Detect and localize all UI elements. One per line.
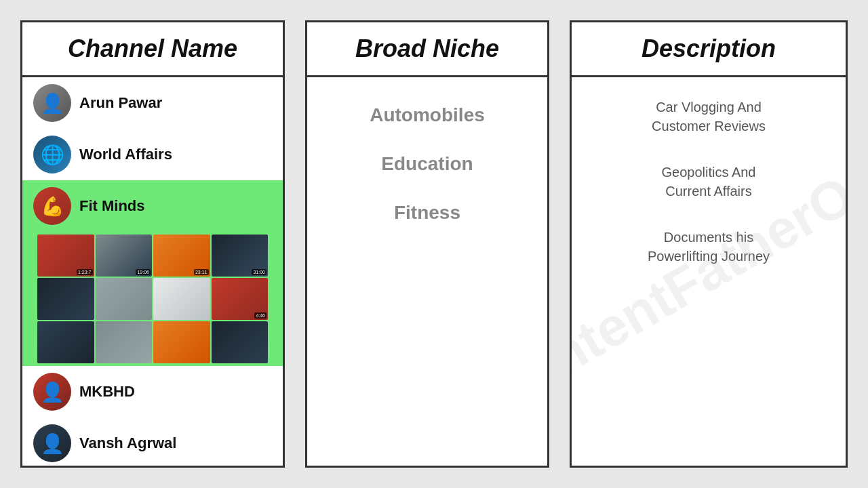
channel-name-fit: Fit Minds xyxy=(79,197,145,215)
avatar-arun: 👤 xyxy=(33,84,71,122)
desc-item-geopolitics: Geopolitics AndCurrent Affairs xyxy=(585,163,832,201)
niche-item-education: Education xyxy=(321,153,534,175)
channel-item-mkbhd[interactable]: 👤 MKBHD xyxy=(22,366,283,418)
channel-name-mkbhd: MKBHD xyxy=(79,383,135,401)
avatar-world: 🌐 xyxy=(33,136,71,174)
video-thumb-9 xyxy=(37,321,94,363)
duration-1: 1:23:7 xyxy=(77,269,92,275)
channel-list: 👤 Arun Pawar 🌐 World Affairs 💪 xyxy=(22,77,283,466)
video-thumb-5 xyxy=(37,278,94,320)
fit-minds-video-grid: 1:23:7 19:06 23:11 31:00 4:46 xyxy=(33,232,272,366)
channel-name-arun: Arun Pawar xyxy=(79,94,162,112)
channel-item-vansh[interactable]: 👤 Vansh Agrwal xyxy=(22,418,283,466)
channel-name-world: World Affairs xyxy=(79,146,172,163)
niche-list: Automobiles Education Fitness xyxy=(307,77,547,251)
avatar-icon-vansh: 👤 xyxy=(41,432,64,455)
video-thumb-4: 31:00 xyxy=(212,235,269,277)
channel-item-world[interactable]: 🌐 World Affairs xyxy=(22,129,283,180)
desc-item-powerlifting: Documents hisPowerlifting Journey xyxy=(585,228,832,266)
avatar-icon-world: 🌐 xyxy=(41,144,64,166)
niche-item-automobiles: Automobiles xyxy=(321,104,534,126)
avatar-icon-fit: 💪 xyxy=(41,195,64,218)
video-thumb-7 xyxy=(153,278,210,320)
channel-panel: Channel Name 👤 Arun Pawar 🌐 World Affair… xyxy=(20,20,285,468)
video-thumb-10 xyxy=(96,321,153,363)
video-thumb-8: 4:46 xyxy=(212,278,269,320)
avatar-icon-arun: 👤 xyxy=(41,92,64,115)
video-thumb-2: 19:06 xyxy=(96,235,153,277)
video-thumb-3: 23:11 xyxy=(153,235,210,277)
video-thumb-11 xyxy=(153,321,210,363)
description-list: Car Vlogging AndCustomer Reviews Geopoli… xyxy=(572,77,846,286)
niche-item-fitness: Fitness xyxy=(321,202,534,224)
channel-item-arun[interactable]: 👤 Arun Pawar xyxy=(22,77,283,129)
video-thumb-12 xyxy=(212,321,269,363)
channel-name-vansh: Vansh Agrwal xyxy=(79,434,176,452)
avatar-mkbhd: 👤 xyxy=(33,373,71,411)
description-panel-header: Description xyxy=(572,22,846,77)
niche-panel-header: Broad Niche xyxy=(307,22,547,77)
duration-4: 31:00 xyxy=(252,269,267,275)
avatar-fit: 💪 xyxy=(33,187,71,225)
video-thumb-6 xyxy=(96,278,153,320)
duration-2: 19:06 xyxy=(136,269,151,275)
niche-panel-body: Automobiles Education Fitness xyxy=(307,77,547,466)
channel-item-fit[interactable]: 💪 Fit Minds 1:23:7 19:06 23:11 31:00 4:4… xyxy=(22,180,283,366)
duration-3: 23:11 xyxy=(194,269,209,275)
duration-8: 4:46 xyxy=(254,312,267,319)
description-panel-body: Car Vlogging AndCustomer Reviews Geopoli… xyxy=(572,77,846,466)
niche-panel: Broad Niche Automobiles Education Fitnes… xyxy=(305,20,549,468)
desc-item-car: Car Vlogging AndCustomer Reviews xyxy=(585,98,832,136)
description-panel: Description Car Vlogging AndCustomer Rev… xyxy=(570,20,848,468)
avatar-icon-mkbhd: 👤 xyxy=(41,381,64,403)
video-thumb-1: 1:23:7 xyxy=(37,235,94,277)
channel-panel-header: Channel Name xyxy=(22,22,283,77)
avatar-vansh: 👤 xyxy=(33,424,71,462)
channel-panel-body: 👤 Arun Pawar 🌐 World Affairs 💪 xyxy=(22,77,283,466)
